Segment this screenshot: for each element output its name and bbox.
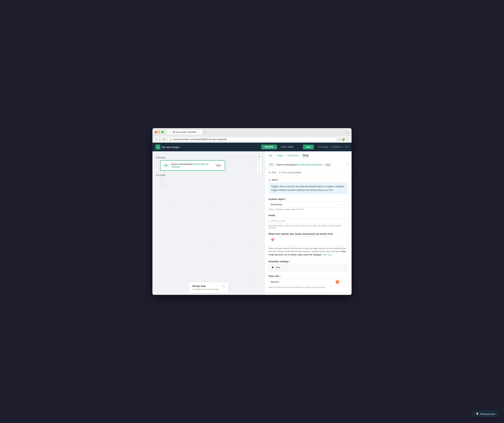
breadcrumb-arrow-2: → [284,154,286,157]
chevron-up-icon: ▲ [269,179,271,181]
schedule-hide-label: Hide [276,266,280,269]
step-number: 1 [156,164,159,167]
breadcrumb-setup[interactable]: Setup [303,154,309,157]
panel-toolbar: 🔍 Find 👁 Show optional fields [265,169,352,176]
lightbulb-icon: 💡 [476,412,479,415]
when-started-date-input[interactable]: 📅 [269,236,348,246]
panel-body[interactable]: ▲ HELP Triggers when a record in the sel… [265,176,352,295]
netsuite-icon: NS [163,163,169,168]
schedule-settings-section: Schedule settings * ▼ Hide [269,260,348,271]
actions-section: ACTIONS ↓ + [156,174,261,188]
canvas-zoom-out-button[interactable]: − [257,165,262,170]
app-header: ≡ My new recipe RECIPE TEST JOBS Save ○ … [152,143,352,151]
traffic-lights [155,131,164,133]
select-actions: × ⌄ [341,203,346,206]
url-bar[interactable]: 🔒 preview.workato.com/recipes/95085-my-n… [168,137,337,141]
save-button[interactable]: Save [303,145,314,149]
breadcrumb-connection[interactable]: Connection [288,154,299,157]
browser-titlebar: ⚙ My new recipe | Workato × + ⌄ [152,128,352,136]
time-unit-dropdown-arrow[interactable]: ⌄ [344,281,346,283]
canvas-reset-button[interactable]: ↺ [257,154,262,159]
canvas-fullscreen-button[interactable]: ⤢ [257,171,262,176]
canvas-zoom-in-button[interactable]: + [257,160,262,165]
help-content: Triggers when a record in the selected N… [269,183,348,194]
menu-icon[interactable]: ⋮ [347,138,349,141]
show-optional-fields-button[interactable]: 👁 Show optional fields [279,171,301,174]
find-icon: 🔍 [269,171,271,174]
schedule-hide-toggle[interactable]: ▼ Hide [269,264,348,271]
recipe-data-desc: Use data from a previous step [192,288,219,290]
browser-toolbar: ‹ › ↻ 🔒 preview.workato.com/recipes/9508… [152,136,352,143]
chevron-down-icon: ▼ [271,266,274,269]
test-recipe-button[interactable]: ○ Test recipe [316,146,329,148]
exit-button[interactable]: × Exit [343,146,349,148]
recipe-data-expand-icon[interactable]: ⊞ [223,285,225,287]
right-panel: App → Trigger → Connection → Setup NS Ex… [265,151,352,295]
custom-object-label: Custom object * [269,198,348,200]
minimize-traffic-light[interactable] [158,131,160,133]
custom-object-clear-button[interactable]: × [341,203,342,206]
time-unit-section: Time unit * Minutes 34 × ⌄ Select an int… [269,275,348,288]
bookmark-icon[interactable]: ☆ [338,138,341,141]
help-toggle-button[interactable]: ▲ HELP [269,179,348,181]
main-content: ↺ + − ⤢ TRIGGER 1 NS Export new/updated … [152,151,352,295]
fields-hint: Select the fields to which you want to u… [269,225,348,229]
add-action-button[interactable]: + [160,181,167,188]
required-star: * [286,198,286,200]
time-unit-required-star: * [280,275,280,277]
maximize-traffic-light[interactable] [162,131,164,133]
panel-header: NS Export new/updated BankEntities in Ne… [265,160,352,169]
recipe-data-panel: Recipe data Use data from a previous ste… [189,282,228,293]
actions-label: ACTIONS [156,174,261,176]
eye-icon: 👁 [279,171,281,174]
fields-select[interactable]: Select a value ⌄ [269,218,348,224]
canvas-controls: ↺ + − ⤢ [257,154,262,176]
close-traffic-light[interactable] [155,131,157,133]
test-recipe-icon: ○ [316,146,317,148]
time-unit-clear-button[interactable]: × [341,281,342,283]
when-started-label: When first started, this recipe should p… [269,233,348,235]
browser-tab[interactable]: ⚙ My new recipe | Workato × [167,130,202,134]
calendar-icon: 📅 [271,238,275,242]
breadcrumb-app[interactable]: App [269,154,272,157]
custom-object-select[interactable]: BankEntity × ⌄ [269,202,348,208]
resource-hub-button[interactable]: 💡 Resource hub [472,410,498,417]
browser-window: ⚙ My new recipe | Workato × + ⌄ ‹ › ↻ 🔒 … [152,128,352,295]
resource-hub-label: Resource hub [480,413,495,415]
forward-button[interactable]: › [159,138,161,141]
recipe-data-title: Recipe data [192,285,219,288]
new-tab-button[interactable]: + [204,131,206,134]
back-button[interactable]: ‹ [155,138,157,141]
panel-close-button[interactable]: × [346,163,348,166]
panel-title: Export new/updated BankEntities in Netsu… [276,163,331,166]
reload-button[interactable]: ↻ [162,138,166,141]
header-tabs: RECIPE TEST JOBS [261,145,297,149]
learn-more-link[interactable]: Learn more [322,254,332,256]
tab-close-button[interactable]: × [198,131,200,133]
canvas-area: ↺ + − ⤢ TRIGGER 1 NS Export new/updated … [152,151,265,295]
fields-dropdown-arrow[interactable]: ⌄ [344,220,346,222]
arrow-down-icon: ↓ [162,178,261,181]
find-button[interactable]: 🔍 Find [269,171,276,174]
breadcrumb-arrow-3: → [300,154,302,157]
close-icon: × [343,146,344,148]
tab-test-jobs[interactable]: TEST JOBS [277,145,297,149]
tab-recipe[interactable]: RECIPE [261,145,277,149]
url-text: preview.workato.com/recipes/95085-my-new… [173,138,227,141]
time-unit-actions: 34 × ⌄ [336,280,346,284]
custom-object-field-section: Custom object * BankEntity × ⌄ Select a … [269,198,348,210]
window-controls: ⌄ [347,130,349,134]
lock-icon: 🔒 [170,138,172,141]
refresh-icon: ↺ [331,146,333,148]
breadcrumb: App → Trigger → Connection → Setup [265,151,352,160]
time-unit-select[interactable]: Minutes 34 × ⌄ [269,279,348,285]
time-unit-hint: Select an interval or custom schedule to… [269,286,348,288]
fields-label: Fields [269,214,348,217]
extensions-icon[interactable]: 🧩 [342,138,345,141]
tab-title: My new recipe | Workato [173,131,196,133]
refresh-button[interactable]: ↺ Refresh [331,146,341,148]
trigger-card[interactable]: NS Export new/updated BankEntities in Ne… [160,160,225,171]
trigger-label: TRIGGER [156,157,261,159]
breadcrumb-trigger[interactable]: Trigger [276,154,283,157]
custom-object-dropdown-arrow[interactable]: ⌄ [344,203,346,206]
